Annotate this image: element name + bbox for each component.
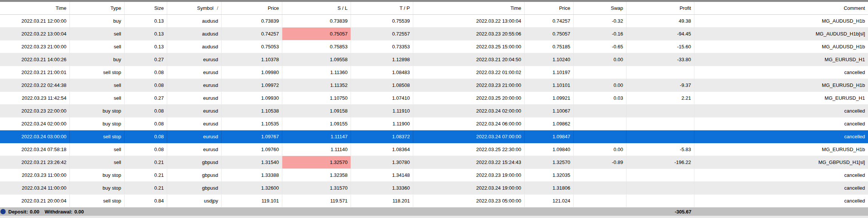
- table-row[interactable]: 2022.03.24 07:58:18sell0.08eurusd1.09760…: [0, 143, 868, 156]
- cell-symbol: eurusd: [167, 143, 222, 156]
- cell-close-time: 2022.03.22 15:24:43: [413, 156, 525, 169]
- table-row[interactable]: 2022.03.21 14:00:26buy0.27eurusd1.103781…: [0, 53, 868, 66]
- cell-sl: 119.571: [282, 195, 351, 207]
- cell-type: sell: [70, 156, 125, 169]
- table-row[interactable]: 2022.03.23 11:00:00buy stop0.21gbpusd1.3…: [0, 169, 868, 182]
- cell-type: buy stop: [70, 118, 125, 130]
- cell-comment: MG_AUDUSD_H1b: [694, 40, 868, 53]
- cell-symbol: gbpusd: [167, 169, 222, 181]
- cell-comment: cancelled: [694, 169, 868, 181]
- cell-profit: [626, 182, 694, 194]
- cell-comment: cancelled: [694, 130, 868, 143]
- column-header-label: Type: [111, 5, 121, 11]
- table-row[interactable]: 2022.03.22 13:00:04sell0.13audusd0.74257…: [0, 28, 868, 40]
- cell-tp: 1.08372: [351, 130, 413, 143]
- cell-close-price: 1.31806: [525, 182, 574, 194]
- column-header-close-price[interactable]: Price: [525, 2, 574, 14]
- column-header-swap[interactable]: Swap: [574, 2, 626, 14]
- cell-sl: 1.09158: [282, 105, 351, 117]
- table-row[interactable]: 2022.03.23 22:00:00buy stop0.08eurusd1.1…: [0, 105, 868, 118]
- cell-swap: -0.89: [574, 156, 626, 169]
- table-row[interactable]: 2022.03.23 21:00:00sell0.13audusd0.75053…: [0, 40, 868, 53]
- cell-open-price: 119.101: [222, 195, 282, 207]
- cell-tp: 1.33360: [351, 182, 413, 194]
- cell-swap: [574, 169, 626, 181]
- withdrawal-value: 0.00: [74, 209, 84, 215]
- cell-close-time: 2022.03.22 01:00:02: [413, 66, 525, 79]
- cell-tp: 1.08364: [351, 143, 413, 156]
- column-header-sl[interactable]: S / L: [282, 2, 351, 14]
- column-header-comment[interactable]: Comment: [694, 2, 868, 14]
- cell-size: 0.13: [125, 28, 167, 40]
- table-row[interactable]: 2022.03.24 11:00:00buy stop0.21gbpusd1.3…: [0, 182, 868, 195]
- cell-open-price: 1.09760: [222, 143, 282, 156]
- cell-close-time: 2022.03.25 22:30:00: [413, 143, 525, 156]
- cell-swap: 0.00: [574, 53, 626, 66]
- cell-size: 0.08: [125, 118, 167, 130]
- cell-profit: [626, 130, 694, 143]
- panel-bottom-strip: [0, 216, 868, 218]
- cell-swap: 0.00: [574, 79, 626, 91]
- cell-size: 0.13: [125, 15, 167, 27]
- cell-size: 0.21: [125, 169, 167, 181]
- cell-type: sell: [70, 143, 125, 156]
- cell-close-time: 2022.03.24 06:00:00: [413, 118, 525, 130]
- cell-size: 0.08: [125, 130, 167, 143]
- cell-tp: 1.07410: [351, 92, 413, 104]
- cell-profit: -196.22: [626, 156, 694, 169]
- cell-size: 0.08: [125, 79, 167, 91]
- cell-comment: MG_AUDUSD_H1b[sl]: [694, 28, 868, 40]
- cell-symbol: eurusd: [167, 79, 222, 91]
- cell-profit: -9.37: [626, 79, 694, 91]
- cell-profit: [626, 105, 694, 117]
- cell-close-time: 2022.03.22 13:00:04: [413, 15, 525, 27]
- cell-close-time: 2022.03.23 19:00:00: [413, 169, 525, 181]
- cell-close-time: 2022.03.23 05:00:00: [413, 195, 525, 207]
- table-row[interactable]: 2022.03.24 03:00:00sell stop0.08eurusd1.…: [0, 130, 868, 143]
- cell-sl: 1.09155: [282, 118, 351, 130]
- cell-open-time: 2022.03.21 23:26:42: [0, 156, 70, 169]
- cell-symbol: audusd: [167, 40, 222, 53]
- column-header-profit[interactable]: Profit: [626, 2, 694, 14]
- cell-close-price: 1.09862: [525, 118, 574, 130]
- cell-sl: 0.75057: [282, 28, 351, 40]
- cell-type: sell stop: [70, 195, 125, 207]
- column-header-label: S / L: [337, 5, 348, 11]
- column-header-symbol[interactable]: Symbol/: [167, 2, 222, 14]
- column-header-label: Swap: [611, 5, 623, 11]
- table-row[interactable]: 2022.03.21 21:00:01sell stop0.08eurusd1.…: [0, 66, 868, 79]
- balance-summary-row[interactable]: Deposit: 0.00 Withdrawal: 0.00 -305.67: [0, 207, 868, 216]
- column-header-size[interactable]: Size: [125, 2, 167, 14]
- cell-type: buy stop: [70, 105, 125, 117]
- cell-close-price: 1.10240: [525, 53, 574, 66]
- table-row[interactable]: 2022.03.22 02:44:38sell0.08eurusd1.09972…: [0, 79, 868, 92]
- cell-tp: 1.11900: [351, 118, 413, 130]
- column-header-open-time[interactable]: Time: [0, 2, 70, 14]
- column-header-tp[interactable]: T / P: [351, 2, 413, 14]
- table-row[interactable]: 2022.03.23 11:42:54sell0.27eurusd1.09930…: [0, 92, 868, 105]
- cell-sl: 1.10750: [282, 92, 351, 104]
- cell-open-time: 2022.03.21 21:00:01: [0, 66, 70, 79]
- cell-profit: -33.80: [626, 53, 694, 66]
- cell-open-price: 1.10538: [222, 105, 282, 117]
- cell-close-price: 1.09847: [525, 130, 574, 143]
- cell-close-price: 0.75057: [525, 28, 574, 40]
- cell-size: 0.27: [125, 92, 167, 104]
- column-header-type[interactable]: Type: [70, 2, 125, 14]
- cell-comment: cancelled: [694, 195, 868, 207]
- cell-sl: 1.32570: [282, 156, 351, 169]
- cell-open-time: 2022.03.24 11:00:00: [0, 182, 70, 194]
- cell-close-time: 2022.03.25 20:00:00: [413, 92, 525, 104]
- table-body: 2022.03.21 12:00:00buy0.13audusd0.738390…: [0, 15, 868, 207]
- table-row[interactable]: 2022.03.21 12:00:00buy0.13audusd0.738390…: [0, 15, 868, 28]
- column-header-close-time[interactable]: Time: [413, 2, 525, 14]
- cell-type: sell: [70, 28, 125, 40]
- cell-size: 0.27: [125, 53, 167, 66]
- cell-comment: MG_AUDUSD_H1b: [694, 15, 868, 27]
- cell-tp: 0.75539: [351, 15, 413, 27]
- table-row[interactable]: 2022.03.21 20:00:04sell stop0.84usdjpy11…: [0, 195, 868, 207]
- table-row[interactable]: 2022.03.24 02:00:00buy stop0.08eurusd1.1…: [0, 118, 868, 130]
- table-row[interactable]: 2022.03.21 23:26:42sell0.21gbpusd1.31540…: [0, 156, 868, 169]
- column-header-open-price[interactable]: Price: [222, 2, 282, 14]
- cell-profit: 49.38: [626, 15, 694, 27]
